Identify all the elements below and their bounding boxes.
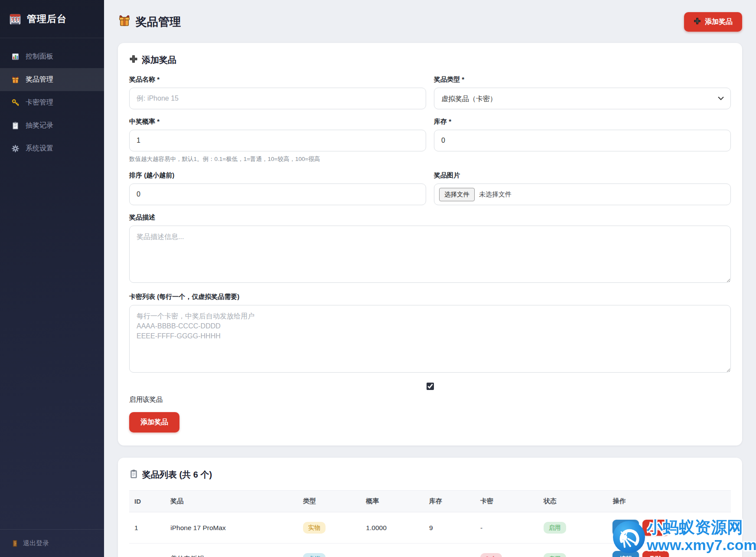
prize-table-header-row: ID奖品类型概率库存卡密状态操作	[129, 491, 731, 512]
clipboard-icon	[129, 469, 138, 481]
add-prize-button[interactable]: 添加奖品	[684, 12, 742, 32]
probability-input[interactable]	[129, 130, 426, 151]
cell-cards: 0 个	[475, 544, 538, 557]
cell-probability: 1.0000	[361, 512, 424, 544]
sort-label: 排序 (越小越前)	[129, 171, 426, 180]
gift-icon	[11, 75, 20, 84]
stock-input[interactable]	[434, 130, 731, 151]
cell-prize-name: iPhone 17 ProMax	[165, 512, 297, 544]
sidebar-item-cards[interactable]: 卡密管理	[0, 91, 104, 114]
cell-probability: 1.0000	[361, 544, 424, 557]
sort-input[interactable]	[129, 183, 426, 205]
gear-icon	[11, 144, 20, 153]
form-title: 添加奖品	[129, 54, 731, 66]
status-badge: 启用	[544, 522, 566, 534]
gift-icon	[118, 14, 131, 30]
cell-text: -	[480, 524, 482, 531]
add-prize-card: 添加奖品 奖品名称 * 奖品类型 * 虚拟奖品（卡密） 中奖概率	[118, 43, 742, 446]
status-badge: 0 个	[480, 553, 502, 557]
card-list-label: 卡密列表 (每行一个，仅虚拟奖品需要)	[129, 293, 731, 301]
probability-help: 数值越大越容易中，默认1。例：0.1=极低，1=普通，10=较高，100=很高	[129, 155, 426, 163]
plus-icon	[129, 55, 138, 66]
column-header: 概率	[361, 491, 424, 512]
sidebar-item-dashboard[interactable]: 控制面板	[0, 45, 104, 68]
main-content: 奖品管理 添加奖品 添加奖品 奖品名称 *	[104, 0, 756, 557]
cell-id: 1	[129, 512, 165, 544]
prize-name-input[interactable]	[129, 88, 426, 109]
ant-logo-icon	[613, 521, 645, 553]
clipboard-icon	[11, 121, 20, 130]
choose-file-button[interactable]: 选择文件	[439, 188, 475, 201]
cell-prize-name: 美的电饭锅	[165, 544, 297, 557]
slot-machine-icon	[9, 13, 22, 26]
sidebar: 管理后台 控制面板奖品管理卡密管理抽奖记录系统设置 退出登录	[0, 0, 104, 557]
watermark: 小蚂蚁资源网 www.xmy7.com	[613, 519, 756, 555]
svg-text:www.xmy7.com: www.xmy7.com	[647, 537, 756, 553]
plus-icon	[694, 17, 701, 26]
enable-prize-checkbox[interactable]	[427, 383, 434, 390]
sidebar-item-prizes[interactable]: 奖品管理	[0, 68, 104, 91]
file-status-text: 未选择文件	[479, 190, 512, 199]
logout-label: 退出登录	[23, 539, 49, 547]
column-header: 类型	[298, 491, 361, 512]
key-icon	[11, 98, 20, 107]
logout-button[interactable]: 退出登录	[0, 529, 104, 557]
svg-text:小蚂蚁资源网: 小蚂蚁资源网	[647, 519, 743, 536]
status-badge: 实物	[303, 522, 326, 534]
page-title: 奖品管理	[118, 14, 181, 30]
page-header: 奖品管理 添加奖品	[118, 12, 742, 32]
sidebar-item-label: 卡密管理	[26, 98, 53, 107]
cell-status: 启用	[538, 512, 608, 544]
app-title: 管理后台	[27, 13, 67, 26]
bar-chart-icon	[11, 52, 20, 61]
sidebar-item-settings[interactable]: 系统设置	[0, 137, 104, 160]
prize-name-label: 奖品名称 *	[129, 75, 426, 84]
sidebar-header: 管理后台	[0, 0, 104, 38]
cell-stock: 10	[424, 544, 475, 557]
sidebar-item-label: 系统设置	[26, 144, 53, 153]
cell-status: 启用	[538, 544, 608, 557]
status-badge: 虚拟	[303, 553, 326, 557]
description-label: 奖品描述	[129, 213, 731, 222]
cell-cards: -	[475, 512, 538, 544]
column-header: 奖品	[165, 491, 297, 512]
probability-label: 中奖概率 *	[129, 118, 426, 126]
column-header: 卡密	[475, 491, 538, 512]
cell-stock: 9	[424, 512, 475, 544]
cell-type: 虚拟	[298, 544, 361, 557]
column-header: 库存	[424, 491, 475, 512]
submit-add-prize-button[interactable]: 添加奖品	[129, 412, 179, 432]
prize-image-label: 奖品图片	[434, 171, 731, 180]
column-header: 状态	[538, 491, 608, 512]
column-header: ID	[129, 491, 165, 512]
column-header: 操作	[607, 491, 731, 512]
watermark-text: 小蚂蚁资源网 www.xmy7.com	[647, 519, 756, 555]
stock-label: 库存 *	[434, 118, 731, 126]
status-badge: 启用	[544, 553, 566, 557]
door-icon	[11, 540, 19, 547]
sidebar-item-label: 控制面板	[26, 52, 53, 61]
cell-id: 2	[129, 544, 165, 557]
prize-type-select[interactable]: 虚拟奖品（卡密）	[434, 88, 731, 109]
prize-image-file-input[interactable]: 选择文件 未选择文件	[434, 183, 731, 205]
sidebar-nav: 控制面板奖品管理卡密管理抽奖记录系统设置	[0, 38, 104, 529]
sidebar-item-label: 抽奖记录	[26, 121, 53, 130]
sidebar-item-records[interactable]: 抽奖记录	[0, 114, 104, 137]
card-list-textarea[interactable]	[129, 305, 731, 373]
sidebar-item-label: 奖品管理	[26, 75, 53, 84]
cell-type: 实物	[298, 512, 361, 544]
enable-prize-label: 启用该奖品	[129, 395, 731, 404]
list-title: 奖品列表 (共 6 个)	[129, 469, 731, 481]
prize-type-label: 奖品类型 *	[434, 75, 731, 84]
description-textarea[interactable]	[129, 226, 731, 283]
